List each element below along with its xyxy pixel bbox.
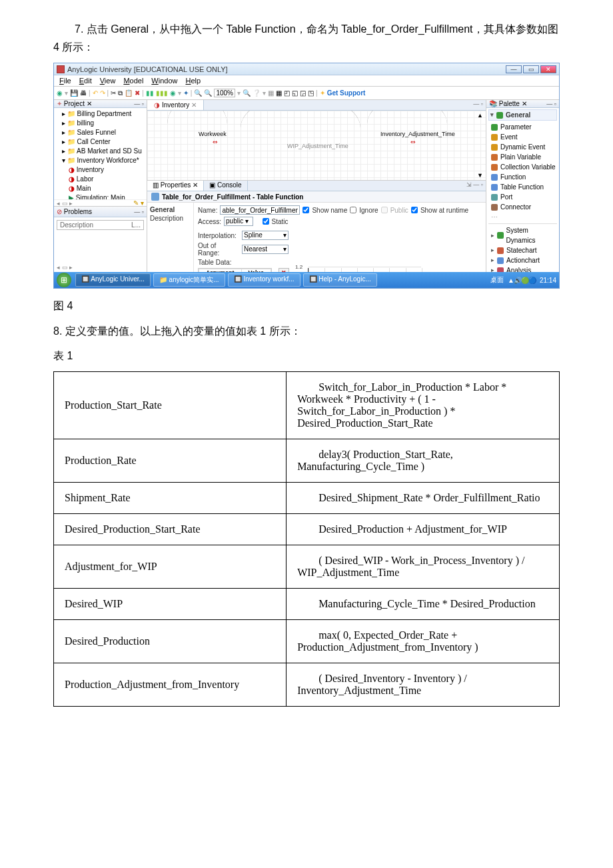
props-min-icon[interactable]: ⇲ — ▫	[464, 181, 486, 191]
menu-view[interactable]: View	[97, 77, 119, 85]
new-icon[interactable]: ◉	[57, 89, 63, 97]
palette-general-head[interactable]: ▾General	[488, 109, 557, 121]
palette-item[interactable]: Collection Variable	[488, 162, 557, 172]
nav4-icon[interactable]: ◳	[308, 89, 314, 97]
side-tab-general[interactable]: General	[150, 205, 191, 214]
show-runtime-checkbox[interactable]	[411, 207, 418, 213]
palette-category[interactable]: ▸Analysis	[488, 265, 557, 272]
print-icon[interactable]: 🖶	[80, 89, 87, 97]
panel-min-icon[interactable]: — ▫	[134, 101, 144, 107]
palette-item[interactable]: Plain Variable	[488, 152, 557, 162]
palette-item[interactable]: Port	[488, 192, 557, 202]
help-icon[interactable]: ❔	[253, 89, 261, 97]
tree-item[interactable]: ◑ Main	[57, 184, 144, 193]
close-tab-icon[interactable]: ✕	[191, 101, 197, 109]
properties-heading-label: Table_for_Order_Fulfillment - Table Func…	[162, 193, 303, 201]
wand-icon[interactable]: ✦	[183, 89, 189, 97]
tree-item[interactable]: ▸ 📁 billing	[57, 119, 144, 128]
task-item[interactable]: 🔲 Help - AnyLogic...	[303, 273, 377, 287]
support-icon[interactable]: ✦	[320, 89, 325, 97]
menu-help[interactable]: Help	[183, 77, 203, 85]
editor-canvas[interactable]: Workweek Inventory_Adjustment_Time WIP_A…	[147, 111, 486, 181]
task-item[interactable]: 🔲 AnyLogic Univer...	[75, 273, 151, 287]
access-select[interactable]: public ▾	[224, 217, 253, 226]
menu-model[interactable]: Model	[121, 77, 146, 85]
paste-icon[interactable]: 📋	[125, 89, 133, 97]
tree-item[interactable]: ▸ 📁 Billing Department	[57, 109, 144, 119]
tree-item[interactable]: ▸ 📁 Call Center	[57, 137, 144, 147]
palette-category[interactable]: ▸Statechart	[488, 245, 557, 255]
zoom-box[interactable]: 100%	[214, 89, 235, 97]
interpolation-select[interactable]: Spline ▾	[242, 231, 289, 240]
palette-tab-label[interactable]: Palette	[499, 100, 520, 107]
save-icon[interactable]: 💾	[70, 89, 78, 97]
menu-window[interactable]: Window	[149, 77, 180, 85]
nav3-icon[interactable]: ◲	[300, 89, 306, 97]
palette-item[interactable]: Dynamic Event	[488, 142, 557, 152]
menu-file[interactable]: File	[57, 77, 74, 85]
tree-item[interactable]: ▶ Simulation: Main	[57, 193, 144, 199]
palette-item[interactable]: Parameter	[488, 122, 557, 132]
delete-icon[interactable]: ✖	[135, 89, 140, 97]
grid-icon[interactable]: ▦	[268, 89, 274, 97]
titlebar: AnyLogic University [EDUCATIONAL USE ONL…	[54, 63, 559, 75]
zoom-out-icon[interactable]: 🔍	[204, 89, 212, 97]
tab-console[interactable]: ▣ Console	[204, 181, 247, 191]
palette-category[interactable]: ▸Actionchart	[488, 255, 557, 265]
redo-icon[interactable]: ↷	[100, 89, 105, 97]
nav2-icon[interactable]: ◱	[292, 89, 298, 97]
copy-icon[interactable]: ⧉	[118, 89, 123, 97]
tab-properties[interactable]: ▥ Properties ✕	[147, 181, 204, 191]
menu-edit[interactable]: Edit	[77, 77, 95, 85]
table-data-grid[interactable]: ArgumentValue 000.20.20.40.40.60.580.80.…	[198, 268, 272, 272]
maximize-button[interactable]: ▭	[523, 65, 539, 73]
palette-category[interactable]: ▸System Dynamics	[488, 225, 557, 245]
editor-tab-inventory[interactable]: ◑ Inventory ✕	[147, 100, 204, 110]
tree-item[interactable]: ◑ Labor	[57, 175, 144, 184]
start-button[interactable]: ⊞	[57, 273, 71, 287]
palette-item[interactable]: Function	[488, 172, 557, 182]
tree-item[interactable]: ▸ 📁 AB Market and SD Su	[57, 147, 144, 156]
public-label: Public	[390, 207, 408, 214]
side-tab-description[interactable]: Description	[150, 214, 191, 223]
palette-more[interactable]: ⋯	[488, 212, 557, 222]
task-item[interactable]: 🔲 Inventory workf...	[228, 273, 301, 287]
document-body: 7. 点击 General，从中拖入一个 Table Function，命名为 …	[0, 0, 613, 720]
tree-item[interactable]: ▾ 📁 Inventory Workforce*	[57, 156, 144, 165]
tray-desktop-label[interactable]: 桌面	[490, 275, 504, 285]
get-support-link[interactable]: Get Support	[327, 89, 366, 97]
show-name-checkbox[interactable]	[303, 207, 309, 213]
problems-tab-label[interactable]: Problems	[64, 208, 92, 215]
task-item[interactable]: 📁 anylogic简单实...	[153, 273, 225, 287]
zoom-in-icon[interactable]: 🔍	[194, 89, 202, 97]
delete-row-button[interactable]: ✖	[279, 268, 289, 272]
problems-min-icon[interactable]: — ▫	[134, 209, 144, 215]
tree-item[interactable]: ▸ 📁 Sales Funnel	[57, 128, 144, 137]
play-icon[interactable]: ◉	[170, 89, 176, 97]
palette-item[interactable]: Table Function	[488, 182, 557, 192]
editor-min-icon[interactable]: — ▫	[470, 100, 486, 110]
static-checkbox[interactable]	[263, 218, 269, 225]
nav1-icon[interactable]: ◰	[284, 89, 290, 97]
palette-item[interactable]: Connector	[488, 202, 557, 212]
palette-min-icon[interactable]: — ▫	[546, 101, 556, 107]
project-tab-label[interactable]: Project	[64, 100, 85, 107]
system-tray[interactable]: 桌面 ▲🔊🟢🔵 21:14	[490, 275, 556, 285]
minimize-button[interactable]: —	[506, 65, 522, 73]
grid2-icon[interactable]: ▦	[276, 89, 282, 97]
outofrange-select[interactable]: Nearest ▾	[242, 245, 289, 254]
problems-desc-label: Description	[60, 221, 93, 229]
ignore-checkbox[interactable]	[350, 207, 356, 213]
zoom-fit-icon[interactable]: 🔍	[243, 89, 251, 97]
tree-item[interactable]: ◑ Inventory	[57, 165, 144, 175]
bar-icon[interactable]: ▮▮	[146, 89, 154, 97]
tray-icons[interactable]: ▲🔊🟢🔵	[508, 277, 536, 284]
undo-icon[interactable]: ↶	[93, 89, 98, 97]
palette-item[interactable]: Event	[488, 132, 557, 142]
close-button[interactable]: ✕	[540, 65, 556, 73]
cut-icon[interactable]: ✂	[111, 89, 116, 97]
bars-icon[interactable]: ▮▮▮	[156, 89, 168, 97]
project-tree[interactable]: ▸ 📁 Billing Department▸ 📁 billing▸ 📁 Sal…	[54, 108, 147, 199]
problems-description-header[interactable]: DescriptionL...	[57, 220, 144, 230]
name-input[interactable]	[220, 205, 300, 215]
